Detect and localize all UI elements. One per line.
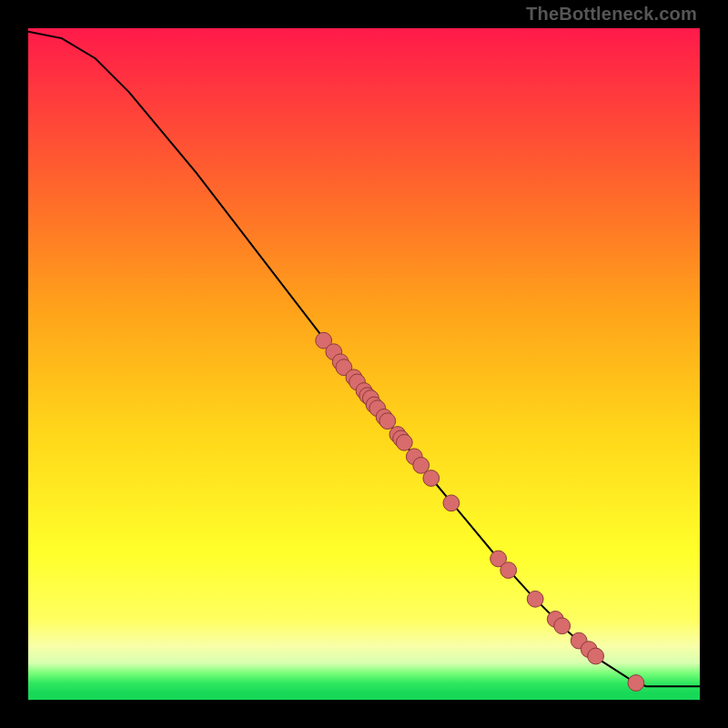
data-point [443,495,460,511]
data-point [423,470,440,487]
data-point [554,618,571,634]
scatter-layer [316,332,644,691]
performance-curve [28,32,700,687]
data-point [628,675,644,692]
data-point [588,648,604,664]
chart-frame: TheBottleneck.com [0,0,728,728]
chart-svg [28,28,700,700]
data-point [379,413,396,430]
data-point [527,591,543,607]
data-point [500,562,517,579]
watermark-text: TheBottleneck.com [526,4,697,25]
data-point [396,434,412,450]
